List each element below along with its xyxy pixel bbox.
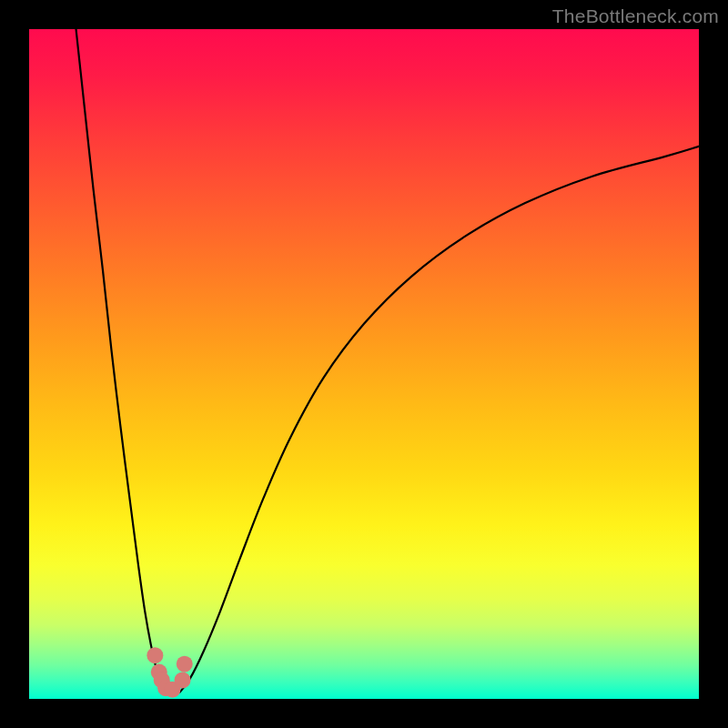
watermark-text: TheBottleneck.com	[552, 5, 719, 27]
data-marker	[177, 656, 193, 672]
left-branch-curve	[76, 29, 167, 693]
chart-frame: TheBottleneck.com	[0, 0, 728, 728]
curve-overlay	[29, 29, 699, 699]
right-branch-curve	[180, 147, 699, 693]
plot-area	[29, 29, 699, 699]
data-marker	[147, 647, 163, 663]
data-markers	[147, 647, 192, 698]
data-marker	[175, 672, 191, 688]
